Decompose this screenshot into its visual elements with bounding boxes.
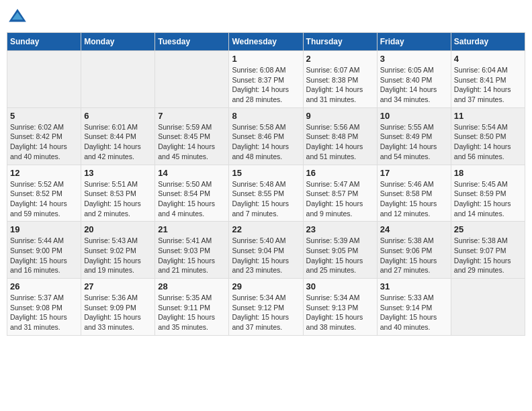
day-number: 22 (232, 224, 300, 234)
week-row-4: 19Sunrise: 5:44 AM Sunset: 9:00 PM Dayli… (7, 222, 525, 279)
calendar-cell: 28Sunrise: 5:35 AM Sunset: 9:11 PM Dayli… (155, 279, 229, 336)
day-info: Sunrise: 6:02 AM Sunset: 8:42 PM Dayligh… (10, 122, 78, 162)
day-number: 10 (380, 111, 448, 121)
day-info: Sunrise: 5:38 AM Sunset: 9:06 PM Dayligh… (380, 236, 448, 275)
calendar-cell: 3Sunrise: 6:05 AM Sunset: 8:40 PM Daylig… (377, 51, 451, 108)
day-info: Sunrise: 6:04 AM Sunset: 8:41 PM Dayligh… (454, 65, 522, 105)
calendar-cell: 14Sunrise: 5:50 AM Sunset: 8:54 PM Dayli… (155, 165, 229, 222)
day-info: Sunrise: 5:50 AM Sunset: 8:54 PM Dayligh… (158, 179, 226, 219)
day-info: Sunrise: 5:37 AM Sunset: 9:08 PM Dayligh… (10, 293, 78, 332)
day-number: 12 (10, 168, 78, 178)
calendar-cell: 22Sunrise: 5:40 AM Sunset: 9:04 PM Dayli… (229, 222, 303, 279)
calendar-cell: 7Sunrise: 5:59 AM Sunset: 8:45 PM Daylig… (155, 107, 229, 165)
day-number: 18 (454, 168, 522, 178)
calendar-cell (7, 51, 81, 108)
day-number: 8 (232, 111, 300, 121)
day-number: 14 (158, 168, 226, 178)
calendar-cell: 2Sunrise: 6:07 AM Sunset: 8:38 PM Daylig… (303, 51, 377, 108)
calendar-cell: 9Sunrise: 5:56 AM Sunset: 8:48 PM Daylig… (303, 107, 377, 165)
calendar-cell: 13Sunrise: 5:51 AM Sunset: 8:53 PM Dayli… (81, 165, 155, 222)
day-number: 23 (306, 224, 374, 234)
calendar-cell (451, 279, 525, 336)
page-header (7, 7, 525, 28)
day-number: 6 (84, 111, 152, 121)
day-number: 28 (158, 281, 226, 291)
calendar-cell: 6Sunrise: 6:01 AM Sunset: 8:44 PM Daylig… (81, 107, 155, 165)
day-info: Sunrise: 5:48 AM Sunset: 8:55 PM Dayligh… (232, 179, 300, 219)
day-info: Sunrise: 5:46 AM Sunset: 8:58 PM Dayligh… (380, 179, 448, 219)
calendar-cell: 24Sunrise: 5:38 AM Sunset: 9:06 PM Dayli… (377, 222, 451, 279)
day-info: Sunrise: 5:33 AM Sunset: 9:14 PM Dayligh… (380, 293, 448, 332)
calendar-cell: 11Sunrise: 5:54 AM Sunset: 8:50 PM Dayli… (451, 107, 525, 165)
day-info: Sunrise: 5:52 AM Sunset: 8:52 PM Dayligh… (10, 179, 78, 219)
header-friday: Friday (377, 33, 451, 51)
day-number: 7 (158, 111, 226, 121)
day-number: 9 (306, 111, 374, 121)
calendar-cell (155, 51, 229, 108)
day-info: Sunrise: 5:59 AM Sunset: 8:45 PM Dayligh… (158, 122, 226, 162)
day-number: 1 (232, 54, 300, 64)
day-info: Sunrise: 5:34 AM Sunset: 9:12 PM Dayligh… (232, 293, 300, 332)
calendar-cell: 5Sunrise: 6:02 AM Sunset: 8:42 PM Daylig… (7, 107, 81, 165)
header-saturday: Saturday (451, 33, 525, 51)
calendar-cell: 1Sunrise: 6:08 AM Sunset: 8:37 PM Daylig… (229, 51, 303, 108)
day-info: Sunrise: 5:34 AM Sunset: 9:13 PM Dayligh… (306, 293, 374, 332)
day-number: 15 (232, 168, 300, 178)
header-tuesday: Tuesday (155, 33, 229, 51)
day-number: 21 (158, 224, 226, 234)
day-number: 24 (380, 224, 448, 234)
calendar-cell: 21Sunrise: 5:41 AM Sunset: 9:03 PM Dayli… (155, 222, 229, 279)
calendar-cell: 26Sunrise: 5:37 AM Sunset: 9:08 PM Dayli… (7, 279, 81, 336)
day-info: Sunrise: 5:45 AM Sunset: 8:59 PM Dayligh… (454, 179, 522, 219)
week-row-3: 12Sunrise: 5:52 AM Sunset: 8:52 PM Dayli… (7, 165, 525, 222)
day-number: 17 (380, 168, 448, 178)
day-info: Sunrise: 6:01 AM Sunset: 8:44 PM Dayligh… (84, 122, 152, 162)
logo (7, 7, 31, 28)
day-number: 13 (84, 168, 152, 178)
calendar-table: SundayMondayTuesdayWednesdayThursdayFrid… (7, 32, 525, 336)
day-number: 31 (380, 281, 448, 291)
calendar-cell: 10Sunrise: 5:55 AM Sunset: 8:49 PM Dayli… (377, 107, 451, 165)
week-row-2: 5Sunrise: 6:02 AM Sunset: 8:42 PM Daylig… (7, 107, 525, 165)
day-number: 2 (306, 54, 374, 64)
week-row-5: 26Sunrise: 5:37 AM Sunset: 9:08 PM Dayli… (7, 279, 525, 336)
day-info: Sunrise: 5:54 AM Sunset: 8:50 PM Dayligh… (454, 122, 522, 162)
header-row: SundayMondayTuesdayWednesdayThursdayFrid… (7, 33, 525, 51)
day-info: Sunrise: 5:56 AM Sunset: 8:48 PM Dayligh… (306, 122, 374, 162)
calendar-cell: 31Sunrise: 5:33 AM Sunset: 9:14 PM Dayli… (377, 279, 451, 336)
calendar-cell: 12Sunrise: 5:52 AM Sunset: 8:52 PM Dayli… (7, 165, 81, 222)
calendar-cell: 25Sunrise: 5:38 AM Sunset: 9:07 PM Dayli… (451, 222, 525, 279)
calendar-cell: 8Sunrise: 5:58 AM Sunset: 8:46 PM Daylig… (229, 107, 303, 165)
day-info: Sunrise: 5:58 AM Sunset: 8:46 PM Dayligh… (232, 122, 300, 162)
day-number: 19 (10, 224, 78, 234)
day-number: 11 (454, 111, 522, 121)
calendar-cell: 30Sunrise: 5:34 AM Sunset: 9:13 PM Dayli… (303, 279, 377, 336)
calendar-cell: 17Sunrise: 5:46 AM Sunset: 8:58 PM Dayli… (377, 165, 451, 222)
day-number: 20 (84, 224, 152, 234)
day-number: 4 (454, 54, 522, 64)
day-info: Sunrise: 6:07 AM Sunset: 8:38 PM Dayligh… (306, 65, 374, 105)
day-number: 3 (380, 54, 448, 64)
day-info: Sunrise: 5:47 AM Sunset: 8:57 PM Dayligh… (306, 179, 374, 219)
day-info: Sunrise: 5:55 AM Sunset: 8:49 PM Dayligh… (380, 122, 448, 162)
header-thursday: Thursday (303, 33, 377, 51)
day-info: Sunrise: 5:51 AM Sunset: 8:53 PM Dayligh… (84, 179, 152, 219)
day-info: Sunrise: 5:36 AM Sunset: 9:09 PM Dayligh… (84, 293, 152, 332)
calendar-cell: 16Sunrise: 5:47 AM Sunset: 8:57 PM Dayli… (303, 165, 377, 222)
day-number: 26 (10, 281, 78, 291)
calendar-cell: 15Sunrise: 5:48 AM Sunset: 8:55 PM Dayli… (229, 165, 303, 222)
day-info: Sunrise: 5:38 AM Sunset: 9:07 PM Dayligh… (454, 236, 522, 275)
day-info: Sunrise: 5:39 AM Sunset: 9:05 PM Dayligh… (306, 236, 374, 275)
day-info: Sunrise: 5:35 AM Sunset: 9:11 PM Dayligh… (158, 293, 226, 332)
header-sunday: Sunday (7, 33, 81, 51)
day-info: Sunrise: 5:40 AM Sunset: 9:04 PM Dayligh… (232, 236, 300, 275)
calendar-cell: 20Sunrise: 5:43 AM Sunset: 9:02 PM Dayli… (81, 222, 155, 279)
day-info: Sunrise: 5:44 AM Sunset: 9:00 PM Dayligh… (10, 236, 78, 275)
calendar-cell: 18Sunrise: 5:45 AM Sunset: 8:59 PM Dayli… (451, 165, 525, 222)
calendar-cell (81, 51, 155, 108)
week-row-1: 1Sunrise: 6:08 AM Sunset: 8:37 PM Daylig… (7, 51, 525, 108)
calendar-cell: 23Sunrise: 5:39 AM Sunset: 9:05 PM Dayli… (303, 222, 377, 279)
calendar-cell: 29Sunrise: 5:34 AM Sunset: 9:12 PM Dayli… (229, 279, 303, 336)
day-info: Sunrise: 5:41 AM Sunset: 9:03 PM Dayligh… (158, 236, 226, 275)
calendar-cell: 27Sunrise: 5:36 AM Sunset: 9:09 PM Dayli… (81, 279, 155, 336)
